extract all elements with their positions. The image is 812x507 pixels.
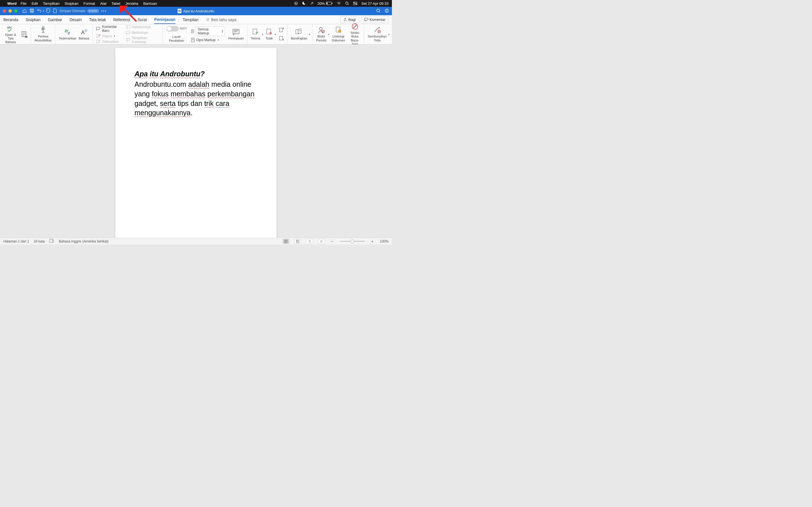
menu-sisipkan[interactable]: Sisipkan	[64, 1, 79, 6]
spellcheck-status-icon[interactable]	[49, 239, 54, 244]
tab-surat[interactable]: Surat	[138, 16, 147, 24]
menu-format[interactable]: Format	[84, 1, 95, 6]
svg-rect-35	[253, 29, 257, 34]
save-icon[interactable]	[30, 8, 34, 14]
dnd-icon[interactable]	[302, 1, 306, 5]
window-close[interactable]	[3, 9, 6, 13]
svg-text:字: 字	[84, 29, 87, 33]
tab-sisipkan[interactable]: Sisipkan	[26, 16, 41, 24]
reject-dropdown[interactable]: ▾	[274, 33, 276, 36]
zoom-in-button[interactable]: +	[371, 239, 374, 244]
view-draft[interactable]	[318, 239, 325, 244]
zoom-level[interactable]: 100%	[380, 239, 389, 243]
prev-change-button[interactable]	[279, 27, 284, 33]
doc-markup-icon	[191, 29, 195, 34]
battery-indicator[interactable]: 20%	[317, 1, 333, 6]
markup-options-button[interactable]: Opsi Markup▾	[191, 38, 225, 42]
redo-icon[interactable]	[46, 8, 50, 14]
block-authors-button[interactable]: Blokir Penulis	[315, 26, 327, 42]
markup-display-select[interactable]: Semua Markup▴▾	[191, 26, 225, 36]
hide-ink-button[interactable]: Sembunyikan Tinta	[366, 26, 388, 42]
accessibility-button[interactable]: Periksa Aksesibilitas	[33, 26, 53, 42]
page-indicator[interactable]: Halaman 1 dari 1	[3, 239, 29, 243]
macos-menubar: Word File Edit Tampilkan Sisipkan Format…	[0, 0, 392, 7]
menu-file[interactable]: File	[20, 1, 27, 6]
compare-button[interactable]: Bandingkan	[290, 28, 308, 40]
doc-icon[interactable]	[53, 8, 57, 14]
word-count[interactable]: 18 kata	[34, 239, 45, 243]
svg-rect-31	[126, 38, 130, 41]
document-body[interactable]: Androbuntu.com adalah media online yang …	[135, 80, 257, 118]
reject-button[interactable]: Tolak	[264, 28, 274, 40]
menu-tabel[interactable]: Tabel	[112, 1, 120, 6]
delete-comment-button[interactable]: Hapus▾	[96, 34, 122, 38]
document-heading[interactable]: Apa itu Androbuntu?	[135, 70, 257, 78]
tab-beranda[interactable]: Beranda	[3, 16, 18, 24]
share-button[interactable]: Bagi	[340, 16, 359, 23]
menu-bantuan[interactable]: Bantuan	[143, 1, 157, 6]
zoom-slider[interactable]	[340, 241, 365, 242]
autosave-label: Simpan Otomatis	[59, 9, 86, 13]
menu-tampilkan[interactable]: Tampilkan	[43, 1, 59, 6]
menubar-datetime[interactable]: Sel 27 Apr 09.33	[361, 1, 389, 6]
wifi-icon[interactable]	[337, 2, 341, 5]
comments-button[interactable]: Komentar	[361, 16, 389, 23]
menu-alat[interactable]: Alat	[100, 1, 106, 6]
block-authors-dropdown[interactable]: ▾	[328, 33, 329, 36]
tab-tampilan[interactable]: Tampilan	[183, 16, 199, 24]
track-changes-button[interactable]: MATI Lacak Perubahan	[165, 26, 188, 42]
undo-icon[interactable]	[37, 8, 42, 14]
titlebar-search-icon[interactable]	[376, 8, 380, 14]
tab-desain[interactable]: Desain	[69, 16, 82, 24]
view-web-layout[interactable]	[294, 239, 301, 244]
document-page[interactable]: Apa itu Androbuntu? Androbuntu.com adala…	[115, 48, 276, 238]
read-only-button[interactable]: Selalu Buka Baca-Saja	[348, 22, 362, 46]
zoom-out-button[interactable]: −	[331, 239, 334, 244]
view-print-layout[interactable]	[283, 239, 289, 244]
document-canvas[interactable]: Apa itu Androbuntu? Androbuntu.com adala…	[0, 45, 392, 238]
tab-tataletak[interactable]: Tata letak	[89, 16, 106, 24]
svg-text:W: W	[178, 10, 181, 13]
undo-dropdown[interactable]: ▾	[43, 10, 44, 12]
control-center-icon[interactable]	[353, 2, 357, 5]
home-icon[interactable]	[22, 8, 27, 14]
accept-dropdown[interactable]: ▾	[262, 33, 263, 36]
titlebar-smiley-icon[interactable]	[385, 8, 389, 14]
window-maximize[interactable]	[14, 9, 17, 13]
protect-doc-button[interactable]: Lindungi Dokumen	[331, 26, 346, 42]
compare-dropdown[interactable]: ▾	[309, 33, 310, 36]
accept-button[interactable]: Terima	[250, 28, 261, 40]
autosave-toggle[interactable]: MATI	[87, 9, 99, 13]
next-change-button[interactable]	[279, 36, 284, 41]
spelling-button[interactable]: abc Ejaan & Tata Bahasa	[2, 24, 19, 44]
menubar-app-name[interactable]: Word	[7, 1, 17, 6]
thesaurus-button[interactable]: 123	[20, 31, 29, 38]
tab-peninjauan[interactable]: Peninjauan	[154, 15, 175, 24]
utility-icon[interactable]	[310, 2, 313, 5]
svg-point-8	[356, 4, 357, 5]
language-button[interactable]: A字 Bahasa	[78, 28, 90, 40]
svg-point-41	[319, 27, 322, 30]
resolve-button: Selesaikan	[96, 40, 122, 44]
svg-rect-3	[326, 3, 327, 4]
view-outline[interactable]	[306, 239, 313, 244]
svg-text:ਟ: ਟ	[67, 31, 70, 36]
tab-referensi[interactable]: Referensi	[113, 16, 130, 24]
svg-rect-30	[126, 31, 130, 34]
menu-jendela[interactable]: Jendela	[125, 1, 139, 6]
tab-gambar[interactable]: Gambar	[48, 16, 62, 24]
menu-edit[interactable]: Edit	[32, 1, 38, 6]
spotlight-icon[interactable]	[345, 1, 349, 5]
language-indicator[interactable]: Bahasa Inggris (Amerika Serikat)	[59, 239, 109, 243]
hide-ink-dropdown[interactable]: ▾	[388, 33, 390, 36]
svg-point-15	[387, 10, 388, 10]
new-comment-button[interactable]: Komentar Baru	[96, 25, 122, 33]
screenrecord-icon[interactable]	[294, 1, 298, 5]
window-minimize[interactable]	[8, 9, 12, 13]
more-icon[interactable]: •••	[101, 9, 107, 13]
track-changes-toggle[interactable]	[166, 26, 179, 32]
translate-button[interactable]: あਟ Terjemahkan	[57, 28, 78, 40]
review-pane-button[interactable]: Peninjauan	[227, 28, 245, 40]
show-comments-button: Tampilkan Komentar	[126, 36, 159, 44]
tell-me-search[interactable]: Beri tahu saya	[206, 17, 237, 22]
